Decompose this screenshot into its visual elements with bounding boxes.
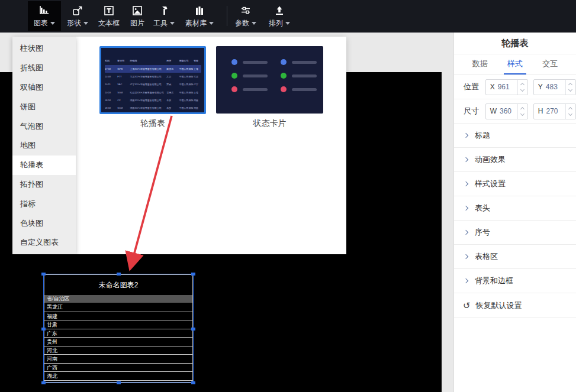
resize-handle-bottom-left[interactable] [41,381,46,384]
chart-row: 黑龙江 [44,303,192,312]
h-label: H [538,107,543,115]
toolbar-label: 形状 [67,18,81,28]
toolbar-image-button[interactable]: 图片 [126,1,149,31]
toolbar-label: 图表 [34,18,48,28]
size-label: 尺寸 [464,106,480,116]
chart-title: 未命名图表2 [44,275,192,295]
inspector-section-header[interactable]: 表格区 [454,245,576,269]
status-dot-icon [281,86,287,92]
toolbar-library-button[interactable]: 素材库 [181,1,218,31]
chart-menu-item[interactable]: 指标 [12,194,76,213]
inspector-section-header[interactable]: 动画效果 [454,148,576,172]
status-bar [292,88,317,91]
chart-menu-item[interactable]: 双轴图 [12,78,76,98]
status-entry [231,59,268,65]
selected-chart-element[interactable]: 未命名图表2 省/自治区 黑龙江 福建 甘肃 广东 贵州 河北 河南 [43,274,194,383]
status-card[interactable] [216,46,323,114]
resize-handle-bottom-middle[interactable] [117,381,121,384]
w-stepper[interactable] [517,104,527,119]
y-value: 483 [546,83,565,91]
status-bar [243,61,268,64]
status-entry [281,73,317,79]
h-stepper[interactable] [565,104,575,119]
toolbar-textbox-button[interactable]: 文本框 [94,1,124,31]
chart-menu-item[interactable]: 气泡图 [12,116,76,136]
toolbar-arrange-button[interactable]: 排列 [265,1,294,31]
position-y-input[interactable]: Y 483 [533,79,576,95]
textbox-icon [103,4,115,17]
chart-rows: 黑龙江 福建 甘肃 广东 贵州 河北 河南 广西 湖北 湖 [44,303,192,383]
inspector-section-header[interactable]: 样式设置 [454,172,576,196]
chart-menu-item[interactable]: 自定义图表 [12,233,76,252]
width-input[interactable]: W 360 [485,103,528,119]
resize-handle-top-middle[interactable] [117,273,121,276]
reset-defaults-button[interactable]: ↺ 恢复默认设置 [454,293,576,318]
chart-menu-item[interactable]: 柱状图 [12,39,76,59]
toolbar-label: 排列 [269,18,283,28]
resize-handle-middle-left[interactable] [41,328,46,331]
toolbar-label: 图片 [130,18,144,28]
status-entry [281,86,317,92]
toolbar-label: 参数 [235,18,249,28]
carousel-table-card[interactable]: 时间 事业部 经销商 品牌 保险公司 省份 17:58SVW上海XX汽车销售服务… [99,46,206,114]
resize-handle-bottom-right[interactable] [191,381,195,384]
status-card-grid [231,59,317,92]
resize-handle-top-left[interactable] [41,273,46,276]
toolbar-separator [227,6,227,26]
chevron-right-icon [464,278,468,283]
chart-menu-item[interactable]: 轮播表 [12,155,76,175]
chart-row: 贵州 [44,337,192,346]
chart-gallery-panel: 时间 事业部 经销商 品牌 保险公司 省份 17:58SVW上海XX汽车销售服务… [76,37,346,254]
w-value: 360 [500,107,517,115]
inspector-tab[interactable]: 数据 [469,54,491,74]
hammer-icon [158,4,170,17]
caret-down-icon [170,22,175,25]
chart-menu-item[interactable]: 折线图 [12,59,76,78]
toolbar-parameters-button[interactable]: 参数 [232,1,259,31]
inspector-section-header[interactable]: 序号 [454,221,576,245]
toolbar-charts-button[interactable]: 图表 [28,1,61,31]
chevron-right-icon [464,230,468,235]
inspector-section-header[interactable]: 表头 [454,196,576,221]
caret-down-icon [50,22,55,25]
chart-menu-item[interactable]: 饼图 [12,97,76,116]
height-input[interactable]: H 270 [533,103,576,119]
toolbar-label: 工具 [153,18,168,28]
size-row: 尺寸 W 360 H 270 [454,99,576,124]
carousel-table-chart[interactable]: 未命名图表2 省/自治区 黑龙江 福建 甘肃 广东 贵州 河北 河南 [44,274,193,383]
status-dot-icon [281,59,287,65]
chart-row: 河南 [44,354,192,363]
chart-menu-item[interactable]: 拓扑图 [12,175,76,195]
inspector-section-header[interactable]: 标题 [454,124,576,148]
chart-column-header: 省/自治区 [44,295,192,303]
chart-type-menu: 柱状图 折线图 双轴图 饼图 气泡图 地图 轮播表 拓扑图 指标 色块图 自定义… [12,37,76,254]
resize-handle-middle-right[interactable] [191,328,195,331]
toolbar-shapes-button[interactable]: 形状 [63,1,92,31]
chart-row: 广西 [44,363,192,372]
inspector-tabs: 数据 样式 交互 [454,54,576,75]
y-label: Y [538,83,543,91]
inspector-tab[interactable]: 交互 [539,54,561,74]
chart-menu-item[interactable]: 色块图 [12,213,76,233]
top-toolbar: 图表 形状 文本框 [0,0,576,33]
resize-handle-top-right[interactable] [191,273,195,276]
chart-menu-item[interactable]: 地图 [12,136,76,155]
x-stepper[interactable] [517,80,527,95]
inspector-tab[interactable]: 样式 [504,54,526,74]
y-stepper[interactable] [565,80,575,95]
chart-row: 河北 [44,346,192,355]
status-bar [292,74,317,77]
caret-down-icon [252,22,256,25]
status-bar [243,88,268,91]
toolbar-label: 素材库 [185,18,207,28]
inspector-panel: 轮播表 数据 样式 交互 位置 X 961 Y 483 尺寸 [453,33,576,392]
w-label: W [490,107,497,115]
status-dot-icon [231,59,237,65]
position-x-input[interactable]: X 961 [485,79,528,95]
inspector-sections: 标题 动画效果 样式设置 表头 [454,124,576,293]
x-value: 961 [498,83,517,91]
toolbar-tools-button[interactable]: 工具 [150,1,178,31]
chevron-right-icon [464,133,468,138]
app-window: 图表 形状 文本框 [0,0,576,392]
inspector-section-header[interactable]: 背景和边框 [454,269,576,293]
